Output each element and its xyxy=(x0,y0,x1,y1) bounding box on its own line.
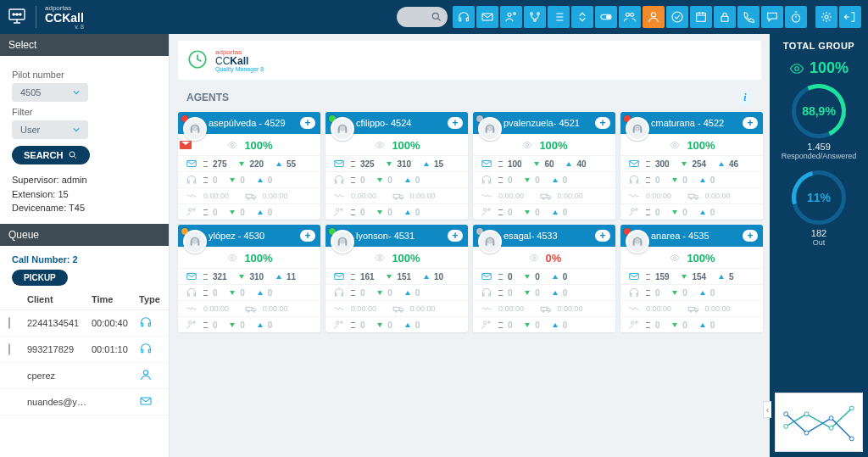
tb-group-icon[interactable] xyxy=(619,6,641,28)
row-icon xyxy=(627,206,641,218)
tb-lock-icon[interactable] xyxy=(714,6,736,28)
agent-card[interactable]: lyonson- 4531+100%161 151 100 0 00:00:00… xyxy=(326,225,468,332)
search-button[interactable]: SEARCH xyxy=(12,146,90,164)
extension-line: Extension: 15 xyxy=(12,187,157,202)
tb-stopwatch-icon[interactable] xyxy=(785,6,807,28)
avatar xyxy=(626,230,649,254)
eye-icon xyxy=(373,253,387,265)
user-stats: 0 0 0 xyxy=(326,316,468,332)
svg-point-14 xyxy=(631,13,634,16)
mail-stats: 100 60 40 xyxy=(473,155,615,171)
mail-stats: 275 220 55 xyxy=(178,155,320,171)
svg-point-74 xyxy=(193,321,195,323)
brand-name: CCKall xyxy=(45,12,84,24)
svg-point-43 xyxy=(337,209,340,212)
tb-toggle-icon[interactable] xyxy=(595,6,617,28)
svg-point-33 xyxy=(189,209,192,212)
add-button[interactable]: + xyxy=(300,230,315,242)
add-button[interactable]: + xyxy=(595,117,610,129)
queue-row[interactable]: 99321782900:01:10 xyxy=(0,337,169,363)
svg-point-92 xyxy=(548,311,549,313)
add-button[interactable]: + xyxy=(300,117,315,129)
svg-rect-50 xyxy=(541,194,547,198)
truck-icon xyxy=(539,190,553,202)
pilot-select[interactable]: 4505 xyxy=(12,83,88,102)
row-icon xyxy=(480,190,493,202)
svg-rect-67 xyxy=(187,274,197,280)
svg-rect-87 xyxy=(482,274,492,280)
svg-point-6 xyxy=(508,13,511,16)
svg-rect-29 xyxy=(194,181,196,183)
svg-point-9 xyxy=(537,13,540,15)
tb-logout-icon[interactable] xyxy=(839,6,861,28)
add-button[interactable]: + xyxy=(448,230,463,242)
tb-branch-icon[interactable] xyxy=(524,6,546,28)
tb-user-chat-icon[interactable] xyxy=(500,6,522,28)
user-stats: 0 0 0 xyxy=(178,316,320,332)
svg-rect-77 xyxy=(335,274,344,280)
truck-icon xyxy=(392,303,405,315)
queue-row[interactable]: 224413454100:00:40 xyxy=(0,310,169,337)
eye-icon xyxy=(668,140,682,152)
add-button[interactable]: + xyxy=(448,117,463,129)
svg-rect-78 xyxy=(335,293,337,296)
svg-point-108 xyxy=(829,426,833,430)
add-button[interactable]: + xyxy=(595,230,610,242)
tb-updown-icon[interactable] xyxy=(571,6,593,28)
record-stats: 0:00:00 0:00:00 xyxy=(473,187,615,203)
svg-point-20 xyxy=(825,15,828,19)
svg-point-66 xyxy=(231,256,234,259)
checkbox[interactable] xyxy=(8,343,10,355)
tb-chat-icon[interactable] xyxy=(761,6,783,28)
avatar xyxy=(478,230,502,254)
add-button[interactable]: + xyxy=(743,117,758,129)
agent-card[interactable]: pvalenzuela- 4521+100%100 60 400 0 00:00… xyxy=(473,112,615,220)
row-icon xyxy=(185,319,198,331)
agent-card[interactable]: ylópez - 4530+100%321 310 110 0 00:00:00… xyxy=(178,225,320,332)
toolbar-icons xyxy=(453,6,861,28)
add-button[interactable]: + xyxy=(743,230,758,242)
tb-list-icon[interactable] xyxy=(548,6,570,28)
mail-stats: 300 254 46 xyxy=(620,155,763,171)
tb-calendar-icon[interactable] xyxy=(690,6,712,28)
info-icon[interactable]: i xyxy=(737,90,753,105)
tb-phone-icon[interactable] xyxy=(737,6,760,28)
agent-name: esagal- 4533 xyxy=(504,231,558,241)
eye-icon xyxy=(789,61,804,76)
agent-card[interactable]: anarea - 4535+100%159 154 50 0 00:00:00 … xyxy=(620,225,763,332)
brand-text: adportas CCKall v. 8 xyxy=(45,5,84,30)
row-icon xyxy=(185,190,198,202)
headset-stats: 0 0 0 xyxy=(473,171,615,187)
search-pill[interactable] xyxy=(397,7,448,27)
svg-point-85 xyxy=(487,238,493,244)
tb-user-active-icon[interactable] xyxy=(643,6,665,28)
qm-name: CCKall xyxy=(215,56,264,66)
eye-icon xyxy=(373,140,387,152)
svg-point-96 xyxy=(674,256,676,259)
queue-row[interactable]: nuandes@ymail.com xyxy=(0,389,169,415)
agent-card[interactable]: esagal- 4533+0%0 0 00 0 00:00:00 0:00:00… xyxy=(473,225,615,332)
tb-check-icon[interactable] xyxy=(666,6,688,28)
pilot-label: Pilot number xyxy=(12,70,157,80)
pickup-button[interactable]: PICKUP xyxy=(12,270,68,286)
mini-chart[interactable] xyxy=(775,393,863,452)
mail-icon xyxy=(480,270,493,282)
agent-card[interactable]: asepúlveda - 4529+100%275 220 550 0 00:0… xyxy=(178,112,320,220)
svg-rect-58 xyxy=(630,181,632,183)
tb-settings-icon[interactable] xyxy=(815,6,837,28)
brand-version: v. 8 xyxy=(45,24,84,30)
svg-rect-100 xyxy=(688,307,694,310)
row-icon xyxy=(332,190,346,202)
agent-card[interactable]: cmaturana - 4522+100%300 254 460 0 00:00… xyxy=(620,112,763,220)
svg-rect-60 xyxy=(688,194,694,198)
queue-row[interactable]: cperez xyxy=(0,363,169,389)
filter-select[interactable]: User xyxy=(12,120,88,139)
chart-collapse[interactable]: ‹ xyxy=(763,401,771,418)
tb-headset-icon[interactable] xyxy=(453,6,475,28)
agent-card[interactable]: cfilippo- 4524+100%325 310 150 0 00:00:0… xyxy=(326,112,468,220)
tb-mail-icon[interactable] xyxy=(476,6,498,28)
agent-pct: 100% xyxy=(392,139,420,152)
mail-icon xyxy=(332,270,346,282)
agents-bar: AGENTS i xyxy=(178,86,761,112)
checkbox[interactable] xyxy=(8,317,10,329)
